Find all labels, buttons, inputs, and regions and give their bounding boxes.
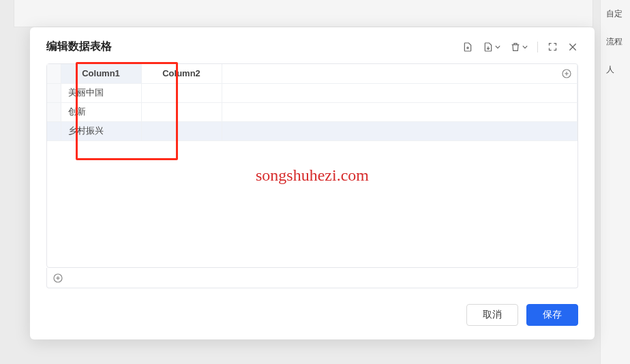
table-corner <box>47 64 61 83</box>
fullscreen-icon[interactable] <box>548 42 558 52</box>
column-header[interactable]: Column1 <box>61 64 141 83</box>
column-header[interactable]: Column2 <box>141 64 222 83</box>
table-cell-empty <box>222 121 578 140</box>
data-table: Column1 Column2 美丽中国 创新 <box>46 63 578 268</box>
cancel-button[interactable]: 取消 <box>466 304 518 326</box>
edit-data-table-modal: 编辑数据表格 <box>30 27 595 339</box>
plus-circle-icon <box>52 273 63 284</box>
row-index <box>47 102 61 121</box>
export-file-icon[interactable] <box>483 42 500 52</box>
table-cell-empty <box>222 102 578 121</box>
save-button[interactable]: 保存 <box>526 304 578 326</box>
add-column-button[interactable] <box>561 68 572 79</box>
table-cell[interactable]: 乡村振兴 <box>61 121 141 140</box>
modal-title: 编辑数据表格 <box>46 40 112 54</box>
table-header-row: Column1 Column2 <box>47 64 578 83</box>
table-cell[interactable]: 创新 <box>61 102 141 121</box>
table-cell[interactable] <box>141 121 222 140</box>
modal-footer: 取消 保存 <box>30 292 595 339</box>
import-file-icon[interactable] <box>462 42 473 52</box>
row-index <box>47 121 61 140</box>
row-index <box>47 83 61 102</box>
watermark-text: songshuhezi.com <box>256 166 369 185</box>
divider <box>537 42 538 52</box>
modal-toolbar <box>462 42 578 52</box>
table-cell[interactable] <box>141 102 222 121</box>
delete-icon[interactable] <box>510 42 528 52</box>
close-icon[interactable] <box>567 42 578 52</box>
modal-body: Column1 Column2 美丽中国 创新 <box>30 63 595 292</box>
add-row-button[interactable] <box>46 268 578 288</box>
table-cell[interactable]: 美丽中国 <box>61 83 141 102</box>
table-row[interactable]: 美丽中国 <box>47 83 578 102</box>
column-header-empty <box>222 64 578 83</box>
table-cell-empty <box>222 83 578 102</box>
modal-header: 编辑数据表格 <box>30 27 595 63</box>
table-row[interactable]: 乡村振兴 <box>47 121 578 140</box>
table-cell[interactable] <box>141 83 222 102</box>
table-row[interactable]: 创新 <box>47 102 578 121</box>
